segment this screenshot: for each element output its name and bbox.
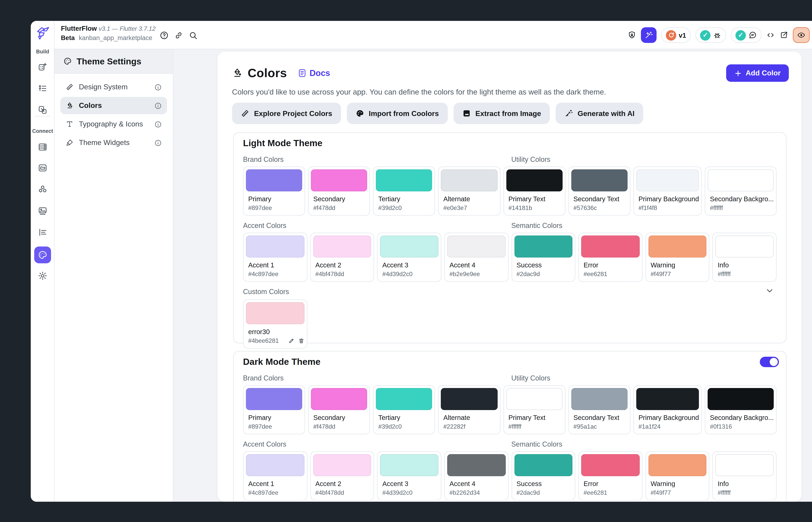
add-color-button[interactable]: Add Color bbox=[726, 64, 789, 82]
color-swatch[interactable] bbox=[514, 236, 573, 258]
color-swatch[interactable] bbox=[313, 236, 371, 258]
version-pill[interactable]: v1 bbox=[662, 27, 691, 43]
color-card[interactable]: Accent 1#4c897dee bbox=[243, 451, 307, 501]
color-swatch[interactable] bbox=[636, 169, 699, 192]
color-card[interactable]: Success#2dac9d bbox=[511, 233, 575, 282]
color-card[interactable]: Error#ee6281 bbox=[578, 233, 643, 282]
color-swatch[interactable] bbox=[441, 169, 497, 192]
theme-panel-item-typography-icons[interactable]: Typography & Icons bbox=[60, 116, 167, 133]
feedback-status-pill[interactable]: ✓ bbox=[731, 27, 762, 43]
nav-item-media[interactable] bbox=[31, 206, 55, 216]
color-swatch[interactable] bbox=[636, 388, 699, 410]
nav-item-widget-builder[interactable] bbox=[31, 62, 55, 72]
open-external-icon[interactable] bbox=[779, 31, 788, 39]
color-card[interactable]: Primary#897dee bbox=[243, 166, 305, 216]
theme-panel-item-theme-widgets[interactable]: Theme Widgets bbox=[60, 134, 167, 152]
import-from-coolors-button[interactable]: Import from Coolors bbox=[347, 103, 448, 124]
link-icon[interactable] bbox=[174, 31, 183, 40]
color-card[interactable]: Success#2dac9d bbox=[511, 451, 575, 501]
code-icon[interactable] bbox=[766, 31, 775, 39]
color-swatch[interactable] bbox=[311, 169, 367, 192]
preview-button[interactable] bbox=[793, 27, 810, 43]
color-swatch[interactable] bbox=[246, 236, 304, 258]
color-card[interactable]: Secondary Backgro...#ffffff bbox=[705, 166, 777, 216]
color-card[interactable]: Primary Background#1a1f24 bbox=[633, 385, 702, 435]
info-icon[interactable] bbox=[154, 139, 162, 146]
color-card[interactable]: Accent 4#b2e9e9ee bbox=[444, 233, 508, 282]
color-swatch[interactable] bbox=[313, 454, 371, 476]
color-card[interactable]: Info#ffffff bbox=[712, 451, 777, 501]
color-swatch[interactable] bbox=[447, 236, 506, 258]
color-card[interactable]: Alternate#e0e3e7 bbox=[438, 166, 500, 216]
color-card[interactable]: Warning#f49f77 bbox=[645, 451, 710, 501]
nav-item-pages[interactable] bbox=[31, 105, 55, 115]
color-card[interactable]: Primary Background#f1f4f8 bbox=[633, 166, 702, 216]
color-card[interactable]: Secondary Text#57636c bbox=[568, 166, 630, 216]
branch-tools-button[interactable] bbox=[641, 27, 657, 43]
color-swatch[interactable] bbox=[648, 454, 707, 476]
explore-project-colors-button[interactable]: Explore Project Colors bbox=[232, 103, 341, 124]
test-status-pill[interactable]: ✓ bbox=[695, 27, 726, 43]
color-card[interactable]: Tertiary#39d2c0 bbox=[373, 385, 435, 435]
color-swatch[interactable] bbox=[708, 169, 774, 192]
color-swatch[interactable] bbox=[246, 388, 302, 410]
color-card[interactable]: Tertiary#39d2c0 bbox=[373, 166, 435, 216]
color-swatch[interactable] bbox=[380, 454, 439, 476]
color-swatch[interactable] bbox=[376, 169, 432, 192]
chevron-down-icon[interactable] bbox=[765, 286, 774, 295]
color-card[interactable]: Accent 3#4d39d2c0 bbox=[377, 451, 441, 501]
shield-icon[interactable] bbox=[628, 31, 636, 39]
nav-item-files[interactable] bbox=[31, 163, 55, 173]
color-swatch[interactable] bbox=[514, 454, 573, 476]
color-card[interactable]: Error#ee6281 bbox=[578, 451, 643, 501]
dark-mode-toggle[interactable] bbox=[760, 357, 779, 367]
nav-item-theme-settings[interactable] bbox=[34, 246, 51, 263]
color-swatch[interactable] bbox=[715, 454, 774, 476]
color-card[interactable]: Accent 3#4d39d2c0 bbox=[377, 233, 441, 282]
color-swatch[interactable] bbox=[376, 388, 432, 410]
color-swatch[interactable] bbox=[441, 388, 497, 410]
color-card[interactable]: Info#ffffff bbox=[712, 233, 777, 282]
color-swatch[interactable] bbox=[506, 169, 563, 192]
info-icon[interactable] bbox=[154, 83, 162, 91]
nav-item-content[interactable] bbox=[31, 227, 55, 237]
color-swatch[interactable] bbox=[311, 388, 367, 410]
delete-color-icon[interactable] bbox=[298, 337, 304, 344]
help-icon[interactable] bbox=[160, 31, 169, 40]
color-swatch[interactable] bbox=[246, 169, 302, 192]
color-card[interactable]: Accent 2#4bf478dd bbox=[310, 451, 374, 501]
color-card[interactable]: Primary#897dee bbox=[243, 385, 305, 435]
extract-from-image-button[interactable]: Extract from Image bbox=[453, 103, 550, 124]
theme-panel-item-colors[interactable]: Colors bbox=[60, 97, 167, 114]
color-swatch[interactable] bbox=[447, 454, 506, 476]
color-card[interactable]: Primary Text#14181b bbox=[503, 166, 565, 216]
color-card[interactable]: Accent 2#4bf478dd bbox=[310, 233, 374, 282]
color-swatch[interactable] bbox=[571, 169, 627, 192]
color-card[interactable]: Warning#f49f77 bbox=[645, 233, 710, 282]
color-card[interactable]: Primary Text#ffffff bbox=[503, 385, 565, 435]
color-swatch[interactable] bbox=[648, 236, 707, 258]
color-card[interactable]: Secondary#f478dd bbox=[308, 385, 370, 435]
nav-item-widget-tree[interactable] bbox=[31, 83, 55, 93]
nav-item-integrations[interactable] bbox=[31, 184, 55, 194]
search-icon[interactable] bbox=[188, 31, 198, 40]
info-icon[interactable] bbox=[154, 120, 162, 128]
info-icon[interactable] bbox=[154, 102, 162, 109]
color-card[interactable]: Accent 4#b2262d34 bbox=[444, 451, 508, 501]
docs-link[interactable]: Docs bbox=[297, 68, 330, 78]
color-card[interactable]: error30#4bee6281 bbox=[243, 299, 307, 348]
generate-with-ai-button[interactable]: Generate with AI bbox=[556, 103, 644, 124]
edit-color-icon[interactable] bbox=[288, 337, 295, 344]
color-card[interactable]: Secondary Backgro...#0f1316 bbox=[705, 385, 777, 435]
color-swatch[interactable] bbox=[571, 388, 627, 410]
color-swatch[interactable] bbox=[581, 454, 640, 476]
color-swatch[interactable] bbox=[581, 236, 640, 258]
color-swatch[interactable] bbox=[506, 388, 563, 410]
color-card[interactable]: Secondary Text#95a1ac bbox=[568, 385, 630, 435]
color-swatch[interactable] bbox=[246, 302, 304, 324]
nav-item-database[interactable] bbox=[31, 142, 55, 152]
nav-item-settings[interactable] bbox=[31, 271, 55, 281]
color-swatch[interactable] bbox=[380, 236, 439, 258]
theme-panel-item-design-system[interactable]: Design System bbox=[60, 78, 167, 96]
color-swatch[interactable] bbox=[708, 388, 774, 410]
